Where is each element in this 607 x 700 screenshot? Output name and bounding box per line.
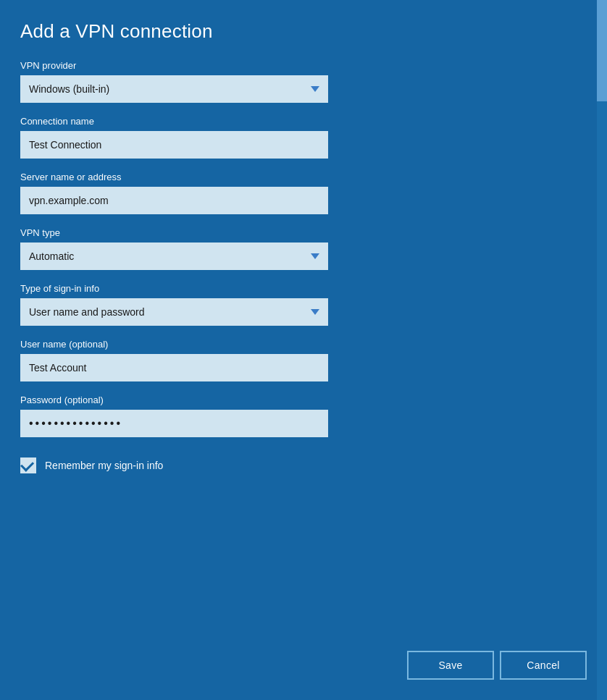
connection-name-label: Connection name	[20, 116, 587, 127]
sign-in-type-label: Type of sign-in info	[20, 283, 587, 294]
vpn-type-select-wrapper: Automatic PPTP L2TP/IPsec with certifica…	[20, 243, 328, 270]
cancel-button[interactable]: Cancel	[500, 651, 587, 680]
sign-in-type-select[interactable]: User name and password Smart card One-ti…	[20, 298, 328, 326]
save-button[interactable]: Save	[407, 651, 494, 680]
vpn-provider-select-wrapper: Windows (built-in)	[20, 75, 328, 103]
vpn-provider-group: VPN provider Windows (built-in)	[20, 60, 587, 103]
vpn-type-label: VPN type	[20, 227, 587, 238]
sign-in-type-group: Type of sign-in info User name and passw…	[20, 283, 587, 326]
vpn-provider-label: VPN provider	[20, 60, 587, 71]
username-group: User name (optional)	[20, 339, 587, 381]
remember-checkbox-wrapper[interactable]	[20, 457, 36, 473]
username-input[interactable]	[20, 354, 328, 381]
page-title: Add a VPN connection	[20, 20, 587, 43]
bottom-buttons: Save Cancel	[407, 651, 587, 680]
sign-in-type-select-wrapper: User name and password Smart card One-ti…	[20, 298, 328, 326]
password-input[interactable]	[20, 410, 328, 437]
remember-label: Remember my sign-in info	[45, 460, 163, 471]
scrollbar[interactable]	[597, 0, 607, 700]
remember-group: Remember my sign-in info	[20, 457, 587, 473]
vpn-provider-select[interactable]: Windows (built-in)	[20, 75, 328, 103]
username-label: User name (optional)	[20, 339, 587, 350]
connection-name-input[interactable]	[20, 131, 328, 159]
server-group: Server name or address	[20, 172, 587, 214]
password-label: Password (optional)	[20, 395, 587, 405]
vpn-type-select[interactable]: Automatic PPTP L2TP/IPsec with certifica…	[20, 243, 328, 270]
server-input[interactable]	[20, 187, 328, 214]
vpn-dialog: Add a VPN connection VPN provider Window…	[0, 0, 607, 700]
vpn-type-group: VPN type Automatic PPTP L2TP/IPsec with …	[20, 227, 587, 270]
password-group: Password (optional)	[20, 395, 587, 437]
server-label: Server name or address	[20, 172, 587, 182]
connection-name-group: Connection name	[20, 116, 587, 159]
scrollbar-thumb[interactable]	[597, 0, 607, 101]
